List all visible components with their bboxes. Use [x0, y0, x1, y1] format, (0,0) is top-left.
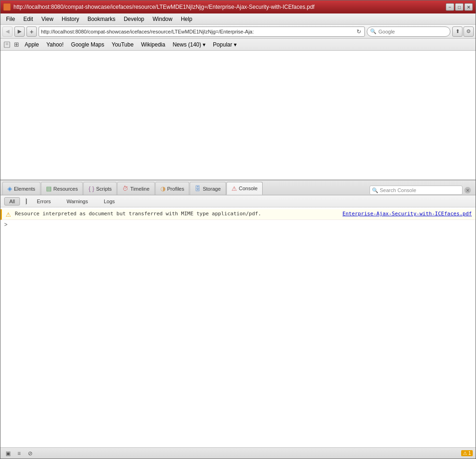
bookmarks-bar: ⊞ Apple Yahoo! Google Maps YouTube Wikip…	[0, 39, 476, 51]
close-button[interactable]: ✕	[464, 3, 473, 11]
search-icon: 🔍	[370, 28, 377, 34]
grid-icon[interactable]: ⊞	[13, 41, 20, 48]
timeline-icon: ⏱	[122, 185, 128, 192]
devtools-tabs: ◈ Elements ▤ Resources { } Scripts ⏱ Tim…	[0, 180, 476, 195]
tab-console[interactable]: ⚠ Console	[226, 182, 263, 195]
tab-scripts-label: Scripts	[96, 186, 112, 192]
menu-view[interactable]: View	[38, 15, 57, 23]
devtools-search-box[interactable]: 🔍 Search Console	[370, 186, 463, 195]
search-input[interactable]	[378, 29, 447, 34]
share-button[interactable]: ⬆	[452, 27, 463, 37]
tab-profiles-label: Profiles	[167, 186, 185, 192]
bookmark-news[interactable]: News (140) ▾	[170, 40, 208, 49]
console-prompt-row: >	[0, 220, 476, 229]
book-icon	[3, 41, 11, 48]
console-warning-link[interactable]: Enterprise-Ajax-Security-with-ICEfaces.p…	[343, 211, 472, 217]
back-button[interactable]: ◀	[2, 27, 13, 37]
elements-icon: ◈	[7, 185, 12, 192]
tab-resources[interactable]: ▤ Resources	[41, 182, 83, 195]
menu-bar: File Edit View History Bookmarks Develop…	[0, 13, 476, 25]
search-bar[interactable]: 🔍	[367, 27, 450, 37]
console-icon: ⚠	[231, 185, 237, 192]
tab-console-label: Console	[239, 186, 258, 191]
maximize-button[interactable]: □	[455, 3, 463, 11]
new-tab-button[interactable]: +	[26, 27, 37, 37]
bookmark-wikipedia[interactable]: Wikipedia	[138, 40, 168, 49]
status-left: ▣ ≡ ⊘	[3, 449, 35, 458]
stop-button[interactable]: ⊘	[26, 449, 35, 458]
profiles-icon: ◑	[160, 185, 165, 192]
nav-extra-buttons: ⬆ ⚙	[452, 27, 474, 37]
window-controls: − □ ✕	[446, 3, 473, 11]
tab-resources-label: Resources	[53, 186, 78, 192]
navigation-bar: ◀ ▶ + http://localhost:8080/compat-showc…	[0, 25, 476, 39]
storage-icon: 🗄	[195, 185, 201, 192]
minimize-button[interactable]: −	[446, 3, 454, 11]
bookmark-googlemaps[interactable]: Google Maps	[68, 40, 107, 49]
devtools-search-placeholder: Search Console	[380, 187, 460, 193]
filter-separator-1: |	[26, 198, 26, 205]
bookmark-apple[interactable]: Apple	[22, 40, 42, 49]
tab-timeline[interactable]: ⏱ Timeline	[117, 182, 154, 195]
menu-help[interactable]: Help	[177, 15, 196, 23]
console-warning-row: ⚠ Resource interpreted as document but t…	[0, 209, 476, 220]
filter-logs[interactable]: Logs	[99, 197, 120, 206]
warning-icon: ⚠	[6, 211, 11, 218]
title-bar-left: http://localhost:8080/compat-showcase/ic…	[3, 3, 315, 11]
forward-button[interactable]: ▶	[14, 27, 25, 37]
tab-timeline-label: Timeline	[130, 186, 149, 192]
scripts-icon: { }	[88, 185, 94, 192]
tab-elements[interactable]: ◈ Elements	[2, 182, 40, 195]
prompt-arrow-icon: >	[4, 221, 7, 228]
menu-develop[interactable]: Develop	[120, 15, 148, 23]
main-content	[0, 51, 476, 180]
devtools-search-icon: 🔍	[372, 187, 378, 193]
refresh-button[interactable]: ↻	[355, 28, 363, 35]
status-right: ⚠ 1	[461, 450, 473, 456]
tab-profiles[interactable]: ◑ Profiles	[155, 182, 190, 195]
window-title: http://localhost:8080/compat-showcase/ic…	[13, 4, 315, 10]
resources-icon: ▤	[46, 185, 52, 192]
filter-errors[interactable]: Errors	[32, 197, 56, 206]
console-content: ⚠ Resource interpreted as document but t…	[0, 207, 476, 447]
title-bar: http://localhost:8080/compat-showcase/ic…	[0, 0, 476, 13]
devtools-panel: ◈ Elements ▤ Resources { } Scripts ⏱ Tim…	[0, 180, 476, 459]
filter-warnings[interactable]: Warnings	[61, 197, 93, 206]
console-warning-message: Resource interpreted as document but tra…	[15, 211, 339, 217]
bookmark-youtube[interactable]: YouTube	[109, 40, 136, 49]
menu-history[interactable]: History	[58, 15, 83, 23]
devtools-search-clear[interactable]: ✕	[464, 187, 471, 193]
status-bar: ▣ ≡ ⊘ ⚠ 1	[0, 447, 476, 459]
bookmark-yahoo[interactable]: Yahoo!	[44, 40, 66, 49]
tab-scripts[interactable]: { } Scripts	[83, 182, 117, 195]
menu-bookmarks[interactable]: Bookmarks	[84, 15, 119, 23]
warning-count-badge: ⚠ 1	[461, 450, 473, 456]
menu-window[interactable]: Window	[149, 15, 176, 23]
browser-icon	[3, 3, 11, 11]
settings-button[interactable]: ⚙	[463, 27, 474, 37]
bookmark-popular[interactable]: Popular ▾	[210, 40, 239, 49]
tab-elements-label: Elements	[14, 186, 35, 192]
inspect-button[interactable]: ≡	[14, 449, 24, 458]
menu-edit[interactable]: Edit	[20, 15, 37, 23]
console-filter-bar: All | Errors Warnings Logs	[0, 195, 476, 207]
bookmarks-icon[interactable]	[3, 41, 11, 48]
menu-file[interactable]: File	[2, 15, 19, 23]
url-text: http://localhost:8080/compat-showcase/ic…	[41, 29, 355, 34]
tab-storage-label: Storage	[203, 186, 221, 192]
devtools-search-area: 🔍 Search Console ✕	[263, 186, 474, 195]
dock-button[interactable]: ▣	[3, 449, 13, 458]
filter-all[interactable]: All	[4, 197, 20, 206]
url-bar[interactable]: http://localhost:8080/compat-showcase/ic…	[39, 27, 365, 37]
tab-storage[interactable]: 🗄 Storage	[190, 182, 226, 195]
